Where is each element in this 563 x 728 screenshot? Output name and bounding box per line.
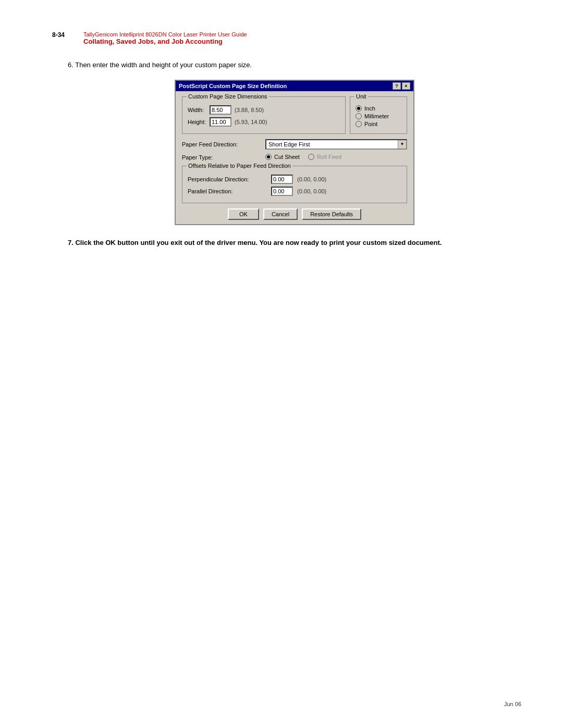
- header-title-line2: Collating, Saved Jobs, and Job Accountin…: [83, 38, 521, 45]
- dialog-titlebar-controls: ? ×: [393, 82, 410, 90]
- dialog-wrapper: PostScript Custom Page Size Definition ?…: [68, 80, 521, 225]
- unit-millimeter-row[interactable]: Millimeter: [356, 113, 401, 119]
- header-text: TallyGenicom Intelliprint 8026DN Color L…: [83, 31, 521, 45]
- restore-defaults-button[interactable]: Restore Defaults: [302, 208, 361, 220]
- paper-feed-direction-row: Paper Feed Direction: Short Edge First ▼: [182, 139, 407, 150]
- unit-point-radio[interactable]: [356, 121, 362, 127]
- cancel-button[interactable]: Cancel: [263, 208, 298, 220]
- height-row: Height: (5.93, 14.00): [188, 117, 340, 127]
- step7-text-after: button until you exit out of the driver …: [116, 239, 442, 246]
- cut-sheet-row[interactable]: Cut Sheet: [265, 154, 300, 160]
- step6-text: 6. Then enter the width and height of yo…: [68, 60, 521, 70]
- paper-feed-dropdown[interactable]: Short Edge First ▼: [265, 139, 407, 150]
- width-input[interactable]: [210, 105, 231, 115]
- perpendicular-label: Perpendicular Direction:: [188, 176, 271, 182]
- height-input[interactable]: [210, 117, 231, 127]
- close-button[interactable]: ×: [402, 82, 410, 90]
- page-number: 8-34: [52, 31, 83, 39]
- footer-text: Jun 06: [504, 701, 521, 707]
- dialog-top-row: Custom Page Size Dimensions Width: (3.88…: [182, 96, 407, 134]
- roll-feed-radio[interactable]: [308, 154, 314, 160]
- perpendicular-range: (0.00, 0.00): [297, 176, 326, 182]
- parallel-row: Parallel Direction: (0.00, 0.00): [188, 187, 401, 196]
- width-row: Width: (3.88, 8.50): [188, 105, 340, 115]
- width-range: (3.88, 8.50): [235, 107, 264, 113]
- ok-button[interactable]: OK: [228, 208, 259, 220]
- paper-type-options: Cut Sheet Roll Feed: [265, 154, 341, 162]
- roll-feed-label: Roll Feed: [317, 154, 341, 160]
- dimensions-group-label: Custom Page Size Dimensions: [187, 93, 269, 100]
- dialog: PostScript Custom Page Size Definition ?…: [175, 80, 414, 225]
- unit-group-label: Unit: [354, 93, 368, 100]
- dialog-titlebar: PostScript Custom Page Size Definition ?…: [176, 81, 413, 91]
- unit-point-row[interactable]: Point: [356, 121, 401, 127]
- unit-millimeter-radio[interactable]: [356, 113, 362, 119]
- width-label: Width:: [188, 107, 210, 113]
- dialog-body: Custom Page Size Dimensions Width: (3.88…: [176, 91, 413, 224]
- unit-inch-row[interactable]: Inch: [356, 105, 401, 112]
- roll-feed-row[interactable]: Roll Feed: [308, 154, 341, 160]
- dialog-title: PostScript Custom Page Size Definition: [179, 83, 287, 89]
- unit-inch-label: Inch: [364, 105, 375, 112]
- offsets-group-label: Offsets Relative to Paper Feed Direction: [187, 163, 292, 169]
- button-row: OK Cancel Restore Defaults: [182, 208, 407, 220]
- dropdown-arrow-icon[interactable]: ▼: [398, 140, 406, 149]
- paper-type-row: Paper Type: Cut Sheet Roll Feed: [182, 154, 407, 162]
- parallel-input[interactable]: [271, 187, 293, 196]
- dimensions-group: Custom Page Size Dimensions Width: (3.88…: [182, 96, 346, 134]
- offsets-group: Offsets Relative to Paper Feed Direction…: [182, 166, 407, 203]
- page-header: 8-34 TallyGenicom Intelliprint 8026DN Co…: [52, 31, 521, 45]
- perpendicular-input[interactable]: [271, 175, 293, 184]
- step7-text-before: 7. Click the: [68, 239, 105, 246]
- cut-sheet-label: Cut Sheet: [274, 154, 300, 160]
- step7-text: 7. Click the OK button until you exit ou…: [68, 238, 521, 248]
- height-label: Height:: [188, 119, 210, 125]
- unit-millimeter-label: Millimeter: [364, 113, 389, 119]
- perpendicular-row: Perpendicular Direction: (0.00, 0.00): [188, 175, 401, 184]
- paper-type-label: Paper Type:: [182, 154, 265, 161]
- unit-inch-radio[interactable]: [356, 105, 362, 112]
- body-section: 6. Then enter the width and height of yo…: [68, 60, 521, 248]
- parallel-label: Parallel Direction:: [188, 188, 271, 194]
- header-title-line1: TallyGenicom Intelliprint 8026DN Color L…: [83, 31, 521, 38]
- parallel-range: (0.00, 0.00): [297, 188, 326, 194]
- paper-feed-label: Paper Feed Direction:: [182, 141, 265, 147]
- cut-sheet-radio[interactable]: [265, 154, 272, 160]
- height-range: (5.93, 14.00): [235, 119, 267, 125]
- paper-feed-value: Short Edge First: [266, 141, 398, 147]
- unit-group: Unit Inch Millimeter: [350, 96, 407, 134]
- page: 8-34 TallyGenicom Intelliprint 8026DN Co…: [0, 0, 563, 288]
- step7-bold: OK: [105, 239, 116, 246]
- help-button[interactable]: ?: [393, 82, 401, 90]
- page-footer: Jun 06: [504, 701, 521, 707]
- unit-point-label: Point: [364, 121, 377, 127]
